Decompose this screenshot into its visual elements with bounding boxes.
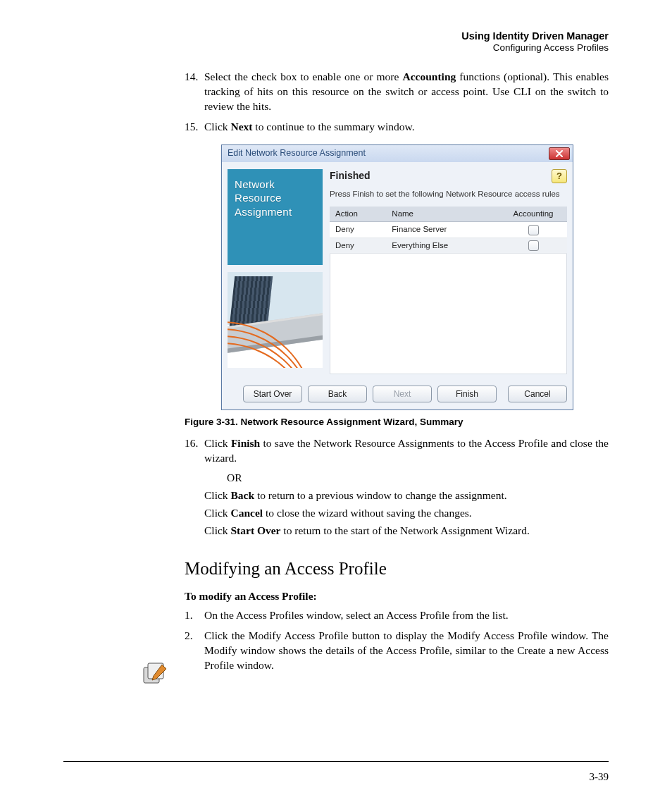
close-icon[interactable] (549, 147, 570, 160)
cancel-button[interactable]: Cancel (508, 386, 567, 402)
modify-profile-icon (141, 660, 169, 689)
header-title: Using Identity Driven Manager (63, 30, 609, 42)
step-number: 15. (185, 120, 204, 135)
wizard-description: Press Finish to set the following Networ… (330, 189, 567, 199)
wizard-side-panel: Network Resource Assignment (228, 169, 323, 374)
wizard-heading: Finished (330, 169, 552, 183)
step-text: Click Finish to save the Network Resourc… (204, 436, 609, 466)
back-button[interactable]: Back (308, 386, 367, 402)
section-heading: Modifying an Access Profile (185, 557, 609, 581)
sub-back: Click Back to return to a previous windo… (204, 488, 609, 503)
step-number: 1. (185, 608, 204, 623)
sub-startover: Click Start Over to return to the start … (204, 524, 609, 538)
page-number: 3-39 (590, 771, 609, 783)
or-text: OR (227, 471, 609, 486)
step-number: 14. (185, 70, 204, 114)
footer-rule (63, 761, 609, 762)
step-text: Click Next to continue to the summary wi… (204, 120, 609, 135)
section-subhead: To modify an Access Profile: (185, 589, 609, 604)
step-text: On the Access Profiles window, select an… (204, 608, 609, 623)
dialog-title: Edit Network Resource Assignment (228, 147, 366, 159)
col-action: Action (330, 207, 386, 222)
step-number: 2. (185, 629, 204, 673)
wizard-side-image (228, 272, 323, 368)
step-text: Click the Modify Access Profile button t… (204, 629, 609, 673)
finish-button[interactable]: Finish (437, 386, 497, 402)
table-row[interactable]: Deny Everything Else (330, 238, 567, 254)
accounting-checkbox[interactable] (528, 240, 539, 251)
col-name: Name (386, 207, 499, 222)
rules-table: Action Name Accounting Deny Finance Serv… (330, 207, 567, 254)
wizard-side-title: Network Resource Assignment (228, 169, 323, 265)
page-header: Using Identity Driven Manager Configurin… (63, 30, 609, 54)
help-icon[interactable]: ? (552, 169, 567, 183)
step-number: 16. (185, 436, 204, 466)
header-subtitle: Configuring Access Profiles (63, 42, 609, 54)
wizard-main-panel: Finished ? Press Finish to set the follo… (330, 169, 567, 374)
accounting-checkbox[interactable] (528, 225, 539, 235)
step-15: 15. Click Next to continue to the summar… (185, 120, 609, 135)
sub-cancel: Click Cancel to close the wizard without… (204, 506, 609, 521)
step-text: Select the check box to enable one or mo… (204, 70, 609, 114)
mod-step-2: 2. Click the Modify Access Profile butto… (185, 629, 609, 673)
step-16: 16. Click Finish to save the Network Res… (185, 436, 609, 466)
step-14: 14. Select the check box to enable one o… (185, 70, 609, 114)
mod-step-1: 1. On the Access Profiles window, select… (185, 608, 609, 623)
start-over-button[interactable]: Start Over (243, 386, 302, 402)
next-button: Next (373, 386, 432, 402)
table-row[interactable]: Deny Finance Server (330, 222, 567, 238)
figure-caption: Figure 3-31. Network Resource Assignment… (185, 416, 609, 429)
table-empty-area (330, 254, 567, 374)
col-accounting: Accounting (499, 207, 567, 222)
dialog-titlebar: Edit Network Resource Assignment (222, 145, 573, 162)
dialog-window: Edit Network Resource Assignment Network… (221, 144, 573, 411)
figure-wrapper: Edit Network Resource Assignment Network… (221, 144, 609, 411)
wizard-button-row: Start Over Back Next Finish Cancel (222, 380, 573, 409)
